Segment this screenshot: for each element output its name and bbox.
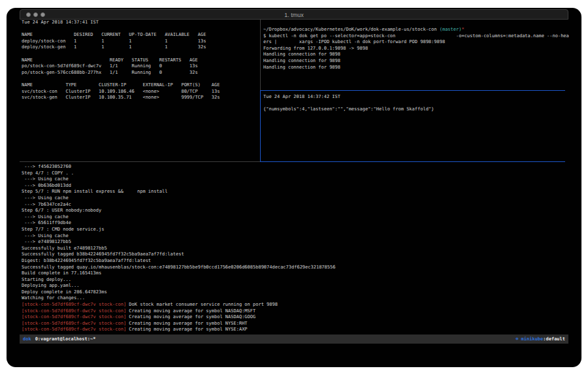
pod-log-text: Creating moving average for symbol NASDA… — [126, 308, 255, 314]
kubernetes-helm-icon: ☸ — [515, 336, 521, 342]
terminal-line: NAME TYPE CLUSTER-IP EXTERNAL-IP PORT(S)… — [22, 82, 258, 89]
terminal-line: svc/stock-gen ClusterIP 10.100.35.71 <no… — [22, 95, 258, 101]
screenshot-root: 1. tmux Tue 24 Apr 2018 14:37:41 ISTNAME… — [0, 0, 588, 375]
port-forward-output: $ kubectl -n dok get po --selector=app=s… — [263, 33, 569, 71]
tmux-status-bar: dok 0:vagrant@localhost:~* ☸ minikube:de… — [20, 334, 568, 344]
terminal-line: ---> 65611ff9db4e — [22, 220, 557, 227]
pane-curl-output[interactable]: Tue 24 Apr 2018 14:37:42 IST{"numsymbols… — [263, 94, 569, 161]
terminal-line: Handling connection for 9898 — [263, 58, 569, 65]
terminal-line: {"numsymbols":4,"lastseen":"","message":… — [263, 106, 569, 113]
terminal-line: Successfully tagged quay.io/mhausenblas/… — [22, 265, 557, 271]
git-dirty-flag: * — [461, 27, 464, 32]
terminal-line: Deploying app.yaml... — [22, 283, 557, 289]
terminal-line — [22, 26, 258, 33]
terminal-line: svc/stock-con ClusterIP 10.109.186.46 <n… — [22, 89, 258, 95]
terminal-line: Deploy complete in 286.647823ms — [22, 289, 557, 296]
pod-log-prefix: [stock-con-5d7df689cf-dwc7v stock-con] — [22, 327, 126, 332]
pod-log-line: [stock-con-5d7df689cf-dwc7v stock-con] D… — [22, 302, 557, 308]
terminal-line: Step 6/7 : USER nobody:nobody — [22, 208, 557, 214]
tmux-session-name[interactable]: dok — [23, 336, 31, 342]
pod-log-prefix: [stock-con-5d7df689cf-dwc7v stock-con] — [22, 314, 126, 319]
terminal-line: $ kubectl -n dok get po --selector=app=s… — [263, 33, 569, 40]
pod-log-text: Creating moving average for symbol NYSE:… — [126, 321, 247, 326]
pod-log-line: [stock-con-5d7df689cf-dwc7v stock-con] C… — [22, 321, 557, 327]
terminal-line: Successfully tagged b38b42246945fd7f32c5… — [22, 252, 557, 258]
pod-log-text: DoK stock market consumer service runnin… — [126, 302, 278, 307]
pod-log-line: [stock-con-5d7df689cf-dwc7v stock-con] C… — [22, 308, 557, 315]
terminal-line: Step 5/7 : RUN npm install express && np… — [22, 189, 557, 195]
window-title: 1. tmux — [20, 12, 568, 18]
terminal-line: ---> Using cache — [22, 176, 557, 183]
terminal-line: Starting deploy... — [22, 277, 557, 284]
pane-skaffold-log[interactable]: ---> f45623052760Step 4/7 : COPY . . ---… — [22, 164, 557, 334]
kube-context: minikube — [521, 336, 544, 342]
terminal-line: Step 4/7 : COPY . . — [22, 171, 557, 177]
terminal-line: Tue 24 Apr 2018 14:37:42 IST — [263, 94, 569, 101]
terminal-line: Handling connection for 9898 — [263, 65, 569, 71]
pod-log-prefix: [stock-con-5d7df689cf-dwc7v stock-con] — [22, 308, 126, 314]
terminal-line: po/stock-con-5d7df689cf-dwc7v 1/1 Runnin… — [22, 63, 258, 70]
terminal-line: Tue 24 Apr 2018 14:37:41 IST — [22, 20, 258, 26]
terminal-line: ers | xargs -IPOD kubectl -n dok port-fo… — [263, 39, 569, 46]
pod-log-prefix: [stock-con-5d7df689cf-dwc7v stock-con] — [22, 302, 126, 307]
terminal-line: ---> 0b636bd013dd — [22, 183, 557, 189]
pane-border-horizontal[interactable] — [20, 161, 261, 162]
pod-log-text: Creating moving average for symbol NYSE:… — [126, 327, 247, 332]
terminal-line: ---> Using cache — [22, 195, 557, 202]
repo-path: ~/Dropbox/advocacy/Kubernetes/DoK/work/d… — [263, 27, 440, 32]
git-branch: (master) — [440, 27, 462, 32]
pane-border-horizontal-active-top[interactable] — [260, 90, 565, 91]
terminal-line: Step 7/7 : CMD node service.js — [22, 227, 557, 233]
terminal-line: NAME DESIRED CURRENT UP-TO-DATE AVAILABL… — [22, 32, 258, 39]
terminal-line — [22, 51, 258, 57]
terminal-line: NAME READY STATUS RESTARTS AGE — [22, 57, 258, 64]
terminal-line: ---> f45623052760 — [22, 164, 557, 171]
terminal-line — [22, 76, 258, 82]
window-titlebar: 1. tmux — [20, 9, 568, 20]
terminal-line: ---> Using cache — [22, 233, 557, 240]
terminal-line: Forwarding from 127.0.0.1:9898 -> 9898 — [263, 46, 569, 52]
terminal-line: Watching for changes... — [22, 295, 557, 302]
terminal-line: Digest: b38b42246945fd7f32c5ba9aea7af7fd… — [22, 258, 557, 265]
pane-border-vertical-active[interactable] — [260, 90, 261, 162]
kube-namespace: :default — [543, 336, 565, 342]
pane-border-horizontal-active-bottom[interactable] — [260, 161, 565, 162]
pane-kubectl-watch[interactable]: Tue 24 Apr 2018 14:37:41 ISTNAME DESIRED… — [22, 20, 258, 163]
pod-log-line: [stock-con-5d7df689cf-dwc7v stock-con] C… — [22, 327, 557, 333]
pod-log-prefix: [stock-con-5d7df689cf-dwc7v stock-con] — [22, 321, 126, 326]
pane-port-forward[interactable]: ~/Dropbox/advocacy/Kubernetes/DoK/work/d… — [263, 27, 569, 90]
build-deploy-output: ---> f45623052760Step 4/7 : COPY . . ---… — [22, 164, 557, 302]
terminal-line: deploy/stock-gen 1 1 1 1 32s — [22, 44, 258, 51]
terminal-line: Successfully built e74898127bb5 — [22, 246, 557, 252]
terminal-line: Build complete in 77.165413ms — [22, 270, 557, 277]
terminal-line: ---> 7b6347ce2a4c — [22, 202, 557, 208]
tmux-status-right: ☸ minikube:default — [515, 336, 565, 342]
pod-log-line: [stock-con-5d7df689cf-dwc7v stock-con] C… — [22, 314, 557, 321]
terminal-line: Handling connection for 9898 — [263, 52, 569, 58]
repo-prompt-line: ~/Dropbox/advocacy/Kubernetes/DoK/work/d… — [263, 27, 569, 33]
pod-log-text: Creating moving average for symbol NASDA… — [126, 314, 255, 319]
terminal-line: po/stock-gen-576cc688bb-277hx 1/1 Runnin… — [22, 70, 258, 76]
terminal-line: deploy/stock-con 1 1 1 1 13s — [22, 39, 258, 45]
terminal-line — [263, 101, 569, 107]
tmux-window-item[interactable]: 0:vagrant@localhost:~* — [35, 336, 96, 342]
terminal-line: ---> Using cache — [22, 214, 557, 221]
terminal-screen: 1. tmux Tue 24 Apr 2018 14:37:41 ISTNAME… — [7, 8, 581, 367]
pane-border-vertical[interactable] — [260, 19, 261, 91]
terminal-line: ---> e74898127bb5 — [22, 239, 557, 246]
